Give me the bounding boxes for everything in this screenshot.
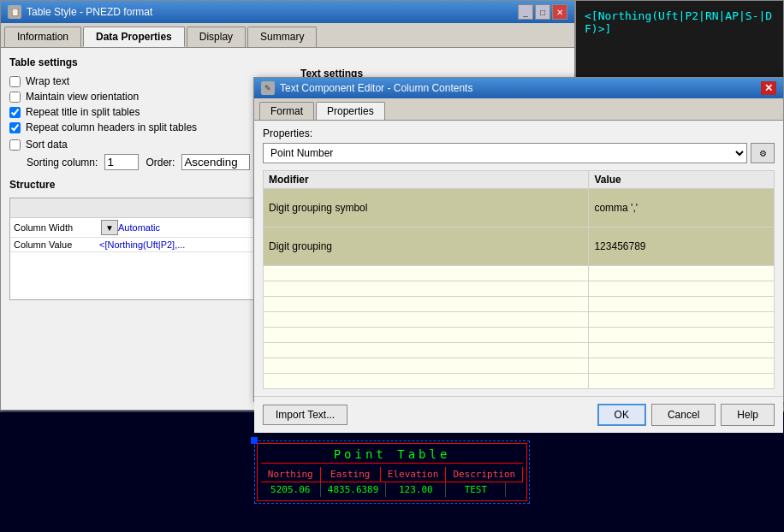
table-row-empty <box>264 312 775 328</box>
data-elevation: 123.00 <box>386 482 446 497</box>
table-row-empty <box>264 297 775 312</box>
ok-button[interactable]: OK <box>597 404 646 426</box>
point-table-preview: Point Table Northing Easting Elevation D… <box>257 443 527 501</box>
repeat-headers-checkbox[interactable] <box>9 122 21 133</box>
sorting-column-input[interactable] <box>104 154 139 170</box>
properties-label: Properties: <box>263 127 775 139</box>
table-row-empty <box>264 281 775 297</box>
cancel-button[interactable]: Cancel <box>651 404 716 426</box>
header-elevation: Elevation <box>381 467 447 482</box>
tab-information[interactable]: Information <box>4 27 81 47</box>
row1-modifier: Digit grouping symbol <box>264 189 589 228</box>
wrap-text-label: Wrap text <box>26 75 69 87</box>
tab-display[interactable]: Display <box>187 27 246 47</box>
header-description: Description <box>446 467 523 482</box>
maximize-button[interactable]: □ <box>535 4 550 20</box>
data-description: TEST <box>446 482 506 497</box>
wrap-text-checkbox[interactable] <box>9 76 21 87</box>
help-button[interactable]: Help <box>721 404 775 426</box>
title-bar-left: 📋 Table Style - PNEZD format <box>8 5 152 19</box>
dashed-border: Point Table Northing Easting Elevation D… <box>254 440 530 504</box>
import-text-button[interactable]: Import Text... <box>263 405 347 425</box>
code-display: <[Northing(Uft|P2|RN|AP|S-|DF)>] <box>576 1 783 44</box>
table-settings-title: Table settings <box>9 56 566 68</box>
preview-header-row: Northing Easting Elevation Description <box>261 467 523 482</box>
col-width-btn1[interactable]: ▼ <box>101 220 118 235</box>
repeat-title-checkbox[interactable] <box>9 107 21 118</box>
repeat-title-label: Repeat title in split tables <box>26 106 140 118</box>
table-row-empty <box>264 374 775 389</box>
data-northing: 5205.06 <box>261 482 321 497</box>
main-title-bar: 📋 Table Style - PNEZD format _ □ ✕ <box>1 1 574 23</box>
properties-dropdown-row: Point Number ⚙ <box>263 143 775 163</box>
properties-action-button[interactable]: ⚙ <box>751 143 775 163</box>
preview-title: Point Table <box>261 447 523 464</box>
tce-body: Properties: Point Number ⚙ Modifier Valu… <box>254 121 783 396</box>
tce-table: Modifier Value Digit grouping symbol com… <box>263 170 775 389</box>
title-buttons: _ □ ✕ <box>518 4 567 20</box>
col-value-label: Column Value <box>14 239 99 250</box>
table-row-empty <box>264 328 775 343</box>
row2-modifier: Digit grouping <box>264 228 589 266</box>
tce-tab-format[interactable]: Format <box>259 102 314 120</box>
sort-data-label: Sort data <box>26 139 68 151</box>
maintain-view-label: Maintain view orientation <box>26 91 139 103</box>
header-northing: Northing <box>261 467 321 482</box>
tce-tab-properties[interactable]: Properties <box>316 102 385 120</box>
maintain-view-checkbox[interactable] <box>9 92 21 103</box>
bottom-buttons: Import Text... OK Cancel Help <box>254 396 783 433</box>
row1-value: comma ',' <box>589 189 775 228</box>
tce-title-text: Text Component Editor - Column Contents <box>280 82 472 94</box>
table-row: Digit grouping 123456789 <box>264 228 775 266</box>
close-button[interactable]: ✕ <box>552 4 567 20</box>
tce-window: ✎ Text Component Editor - Column Content… <box>253 77 784 402</box>
col-width-label: Column Width <box>14 222 99 233</box>
order-input[interactable] <box>181 154 250 170</box>
sorting-column-label: Sorting column: <box>27 157 98 168</box>
tce-icon: ✎ <box>261 81 275 95</box>
table-row-empty <box>264 343 775 358</box>
col-modifier: Modifier <box>264 171 589 189</box>
order-label: Order: <box>146 157 175 168</box>
repeat-headers-label: Repeat column headers in split tables <box>26 121 197 133</box>
tce-title-bar: ✎ Text Component Editor - Column Content… <box>254 78 783 98</box>
tce-tab-bar: Format Properties <box>254 98 783 121</box>
tab-summary[interactable]: Summary <box>247 27 317 47</box>
table-row-empty <box>264 266 775 281</box>
data-easting: 4835.6389 <box>321 482 387 497</box>
header-easting: Easting <box>321 467 381 482</box>
table-row: Digit grouping symbol comma ',' <box>264 189 775 228</box>
tce-close-button[interactable]: ✕ <box>761 81 776 95</box>
table-row-empty <box>264 358 775 374</box>
col-value: Value <box>589 171 775 189</box>
dot-indicator <box>251 437 258 444</box>
main-window-title: Table Style - PNEZD format <box>27 6 152 18</box>
tab-bar: Information Data Properties Display Summ… <box>1 23 574 48</box>
tab-data-properties[interactable]: Data Properties <box>83 27 185 47</box>
properties-dropdown[interactable]: Point Number <box>263 143 747 163</box>
sort-data-checkbox[interactable] <box>9 139 21 151</box>
preview-data-row: 5205.06 4835.6389 123.00 TEST <box>261 482 523 497</box>
minimize-button[interactable]: _ <box>518 4 533 20</box>
app-icon: 📋 <box>8 5 21 19</box>
row2-value: 123456789 <box>589 228 775 266</box>
